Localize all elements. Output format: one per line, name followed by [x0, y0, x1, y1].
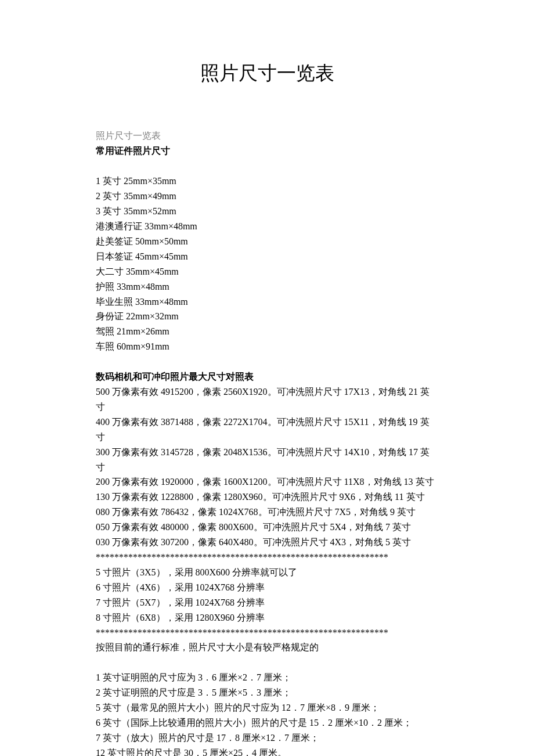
list-item: 130 万像素有效 1228800，像素 1280X960。可冲洗照片尺寸 9X…: [96, 489, 438, 505]
section-header-camera: 数码相机和可冲印照片最大尺寸对照表: [96, 369, 438, 384]
list-item: 050 万像素有效 480000，像素 800X600。可冲洗照片尺寸 5X4，…: [96, 520, 438, 535]
list-item: 300 万像素有效 3145728，像素 2048X1536。可冲洗照片尺寸 1…: [96, 445, 438, 475]
separator: ****************************************…: [96, 625, 438, 640]
standard-intro: 按照目前的通行标准，照片尺寸大小是有较严格规定的: [96, 640, 438, 655]
section-header-common: 常用证件照片尺寸: [96, 143, 438, 159]
list-item: 8 寸照片（6X8），采用 1280X960 分辨率: [96, 610, 438, 625]
list-item: 080 万像素有效 786432，像素 1024X768。可冲洗照片尺寸 7X5…: [96, 505, 438, 520]
list-item: 6 英寸（国际上比较通用的照片大小）照片的尺寸是 15．2 厘米×10．2 厘米…: [96, 715, 438, 730]
list-item: 护照 33mm×48mm: [96, 279, 438, 294]
list-item: 2 英寸 35mm×49mm: [96, 189, 438, 204]
list-item: 12 英寸照片的尺寸是 30．5 厘米×25．4 厘米。: [96, 746, 438, 756]
list-item: 日本签证 45mm×45mm: [96, 249, 438, 264]
camera-list: 500 万像素有效 4915200，像素 2560X1920。可冲洗照片尺寸 1…: [96, 384, 438, 550]
list-item: 1 英寸证明照的尺寸应为 3．6 厘米×2．7 厘米；: [96, 670, 438, 685]
page-title: 照片尺寸一览表: [96, 58, 438, 89]
list-item: 5 英寸（最常见的照片大小）照片的尺寸应为 12．7 厘米×8．9 厘米；: [96, 700, 438, 715]
standard-list: 1 英寸证明照的尺寸应为 3．6 厘米×2．7 厘米；2 英寸证明照的尺寸应是 …: [96, 670, 438, 756]
list-item: 6 寸照片（4X6），采用 1024X768 分辨率: [96, 580, 438, 595]
list-item: 车照 60mm×91mm: [96, 339, 438, 354]
list-item: 7 寸照片（5X7），采用 1024X768 分辨率: [96, 595, 438, 610]
list-item: 大二寸 35mm×45mm: [96, 264, 438, 279]
list-item: 400 万像素有效 3871488，像素 2272X1704。可冲洗照片尺寸 1…: [96, 415, 438, 445]
list-item: 3 英寸 35mm×52mm: [96, 204, 438, 219]
list-item: 毕业生照 33mm×48mm: [96, 294, 438, 309]
list-item: 2 英寸证明照的尺寸应是 3．5 厘米×5．3 厘米；: [96, 685, 438, 700]
separator: ****************************************…: [96, 550, 438, 565]
resolution-list: 5 寸照片（3X5），采用 800X600 分辨率就可以了6 寸照片（4X6），…: [96, 565, 438, 625]
list-item: 200 万像素有效 1920000，像素 1600X1200。可冲洗照片尺寸 1…: [96, 474, 438, 489]
list-item: 7 英寸（放大）照片的尺寸是 17．8 厘米×12．7 厘米；: [96, 730, 438, 746]
list-item: 赴美签证 50mm×50mm: [96, 234, 438, 249]
list-item: 身份证 22mm×32mm: [96, 309, 438, 324]
list-item: 5 寸照片（3X5），采用 800X600 分辨率就可以了: [96, 565, 438, 580]
list-item: 港澳通行证 33mm×48mm: [96, 219, 438, 234]
common-sizes-list: 1 英寸 25mm×35mm2 英寸 35mm×49mm3 英寸 35mm×52…: [96, 174, 438, 354]
list-item: 500 万像素有效 4915200，像素 2560X1920。可冲洗照片尺寸 1…: [96, 384, 438, 415]
list-item: 030 万像素有效 307200，像素 640X480。可冲洗照片尺寸 4X3，…: [96, 535, 438, 550]
list-item: 驾照 21mm×26mm: [96, 324, 438, 339]
list-item: 1 英寸 25mm×35mm: [96, 174, 438, 189]
intro-subtitle: 照片尺寸一览表: [96, 128, 438, 143]
